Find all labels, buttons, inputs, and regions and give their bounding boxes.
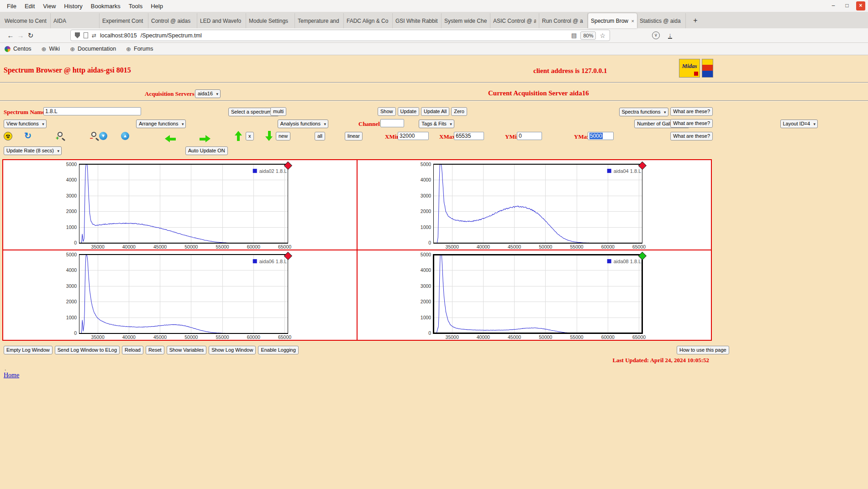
all-button[interactable]: all [315, 132, 325, 140]
reload-button[interactable]: Reload [122, 346, 143, 354]
shrink-icon[interactable]: ▼ [99, 132, 107, 140]
show-button[interactable]: Show [378, 107, 396, 116]
tab-led-and-wavefo[interactable]: LED and Wavefo [197, 13, 246, 28]
what-are-these-button[interactable]: What are these? [670, 119, 713, 128]
update-button[interactable]: Update [398, 107, 419, 116]
bookmark-wiki[interactable]: ⊕Wiki [42, 46, 60, 52]
svg-text:0: 0 [74, 240, 77, 245]
ymin-input[interactable] [517, 132, 542, 140]
menu-file[interactable]: File [3, 1, 21, 11]
maximize-button[interactable]: □ [842, 1, 852, 10]
zoom-level-badge[interactable]: 80% [580, 31, 596, 40]
menu-edit[interactable]: Edit [21, 1, 39, 11]
svg-text:5000: 5000 [66, 161, 77, 167]
update-rate-select[interactable]: Update Rate (8 secs) [4, 146, 62, 155]
arrow-down-icon[interactable] [265, 131, 273, 141]
download-icon[interactable]: ↓ [668, 32, 672, 39]
send-log-window-to-elog-button[interactable]: Send Log Window to ELog [55, 346, 120, 354]
tab-aida[interactable]: AIDA [51, 13, 100, 28]
arrow-left-icon[interactable] [165, 135, 176, 143]
tab-spectrum-brow[interactable]: Spectrum Brow× [588, 13, 637, 28]
tab-fadc-align-co[interactable]: FADC Align & Co [344, 13, 393, 28]
swap-icon[interactable]: ⇄ [92, 32, 96, 39]
spectrum-cell-aida06[interactable]: 3500040000450005000055000600006500001000… [3, 250, 357, 340]
enable-logging-button[interactable]: Enable Logging [258, 346, 298, 354]
tab-gsi-white-rabbit[interactable]: GSI White Rabbit [393, 13, 442, 28]
minimize-button[interactable]: – [829, 1, 838, 10]
zero-button[interactable]: Zero [451, 107, 467, 116]
window-controls: – □ × [829, 1, 865, 10]
what-are-these-button[interactable]: What are these? [670, 132, 713, 140]
menu-tools[interactable]: Tools [125, 1, 147, 11]
spectrum-cell-aida08[interactable]: 3500040000450005000055000600006500001000… [357, 250, 711, 340]
what-are-these-button[interactable]: What are these? [670, 107, 713, 116]
arrange-functions-select[interactable]: Arrange functions [136, 120, 186, 128]
tab-module-settings[interactable]: Module Settings [246, 13, 295, 28]
svg-text:65000: 65000 [632, 244, 646, 250]
view-functions-value: View functions [6, 121, 39, 126]
channel-label: Channel: [358, 120, 382, 128]
empty-log-window-button[interactable]: Empty Log Window [4, 346, 53, 354]
tab-experiment-cont[interactable]: Experiment Cont [100, 13, 148, 28]
tags-fits-select[interactable]: Tags & Fits [419, 120, 454, 128]
auto-update-button[interactable]: Auto Update ON [185, 146, 228, 155]
update-all-button[interactable]: Update All [421, 107, 449, 116]
back-icon[interactable]: ← [5, 31, 16, 39]
close-button[interactable]: × [856, 1, 865, 10]
reload-icon[interactable]: ↻ [26, 31, 36, 40]
shield-icon[interactable] [75, 32, 80, 38]
multi-button[interactable]: multi [270, 107, 286, 116]
reset-button[interactable]: Reset [146, 346, 164, 354]
how-to-use-button[interactable]: How to use this page [677, 346, 729, 354]
tab-system-wide-che[interactable]: System wide Che [442, 13, 490, 28]
acquisition-server-select[interactable]: aida16 [195, 89, 221, 98]
show-variables-button[interactable]: Show Variables [167, 346, 207, 354]
linear-button[interactable]: linear [345, 132, 363, 140]
bookmark-centos[interactable]: Centos [5, 46, 32, 52]
pocket-icon[interactable]: ∨ [652, 31, 660, 39]
menu-history[interactable]: History [60, 1, 86, 11]
url-bar[interactable]: ⇄ localhost:8015/Spectrum/Spectrum.tml ▤… [70, 30, 610, 41]
menu-bookmarks[interactable]: Bookmarks [87, 1, 125, 11]
spectrum-cell-aida04[interactable]: 3500040000450005000055000600006500001000… [357, 160, 711, 250]
tab-control-aidas[interactable]: Control @ aidas [148, 13, 197, 28]
x-button[interactable]: x [246, 132, 254, 140]
arrow-right-icon[interactable] [200, 135, 210, 143]
spectra-functions-select[interactable]: Spectra functions [619, 108, 668, 116]
menu-help[interactable]: Help [147, 1, 167, 11]
tab-welcome-to-cent[interactable]: Welcome to Cent [2, 13, 51, 28]
expand-icon[interactable]: ▲ [121, 132, 129, 140]
xmin-input[interactable] [398, 132, 429, 140]
globe-icon: ⊕ [70, 46, 75, 52]
bookmark-forums[interactable]: ⊕Forums [126, 46, 153, 52]
channel-input[interactable] [380, 119, 404, 127]
last-updated-text: Last Updated: April 24, 2024 10:05:52 [612, 357, 709, 364]
menu-view[interactable]: View [39, 1, 60, 11]
page-info-icon[interactable] [84, 32, 88, 38]
spectrum-name-input[interactable] [43, 107, 141, 115]
radiation-icon[interactable]: ☢ [4, 132, 12, 140]
tab-temperature-and[interactable]: Temperature and [295, 13, 344, 28]
reader-mode-icon[interactable]: ▤ [571, 32, 577, 39]
tab-label: Experiment Cont [102, 18, 145, 24]
spectrum-cell-aida02[interactable]: 3500040000450005000055000600006500001000… [3, 160, 357, 250]
show-log-window-button[interactable]: Show Log Window [209, 346, 256, 354]
xmax-input[interactable] [454, 132, 484, 140]
refresh-icon[interactable]: ↻ [24, 131, 32, 140]
layout-id-select[interactable]: Layout ID=4 [780, 120, 818, 128]
zoom-out-icon[interactable]: − [89, 131, 100, 141]
tab-statistics-aida[interactable]: Statistics @ aida [637, 13, 686, 28]
arrow-up-icon[interactable] [235, 131, 242, 141]
home-link[interactable]: Home [4, 372, 19, 379]
bookmark-documentation[interactable]: ⊕Documentation [70, 46, 116, 52]
view-functions-select[interactable]: View functions [4, 120, 47, 128]
tab-asic-control-a[interactable]: ASIC Control @ a [490, 13, 539, 28]
tab-run-control-a[interactable]: Run Control @ a [539, 13, 588, 28]
zoom-in-icon[interactable]: + [56, 131, 66, 141]
new-tab-button[interactable]: + [689, 15, 701, 26]
bookmark-star-icon[interactable]: ☆ [600, 32, 605, 39]
ymax-input[interactable]: 5000 [588, 132, 614, 140]
tab-close-icon[interactable]: × [629, 18, 634, 24]
new-button[interactable]: new [276, 132, 290, 140]
analysis-functions-select[interactable]: Analysis functions [278, 120, 328, 128]
